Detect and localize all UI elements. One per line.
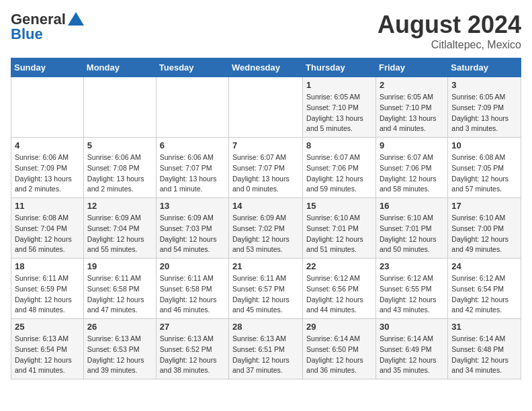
day-cell: 14Sunrise: 6:09 AMSunset: 7:02 PMDayligh… xyxy=(229,198,303,259)
weekday-header-wednesday: Wednesday xyxy=(229,58,303,77)
day-number: 4 xyxy=(15,140,80,150)
day-cell: 25Sunrise: 6:13 AMSunset: 6:54 PMDayligh… xyxy=(11,319,84,379)
day-info: Sunrise: 6:07 AMSunset: 7:06 PMDaylight:… xyxy=(306,152,372,195)
day-info: Sunrise: 6:05 AMSunset: 7:09 PMDaylight:… xyxy=(451,92,517,134)
day-number: 20 xyxy=(160,261,225,271)
day-number: 17 xyxy=(451,201,517,211)
day-cell: 18Sunrise: 6:11 AMSunset: 6:59 PMDayligh… xyxy=(11,259,84,319)
day-info: Sunrise: 6:14 AMSunset: 6:49 PMDaylight:… xyxy=(380,334,444,376)
day-info: Sunrise: 6:13 AMSunset: 6:52 PMDaylight:… xyxy=(160,334,225,376)
day-number: 13 xyxy=(160,201,225,211)
day-cell: 27Sunrise: 6:13 AMSunset: 6:52 PMDayligh… xyxy=(156,319,228,379)
day-number: 10 xyxy=(451,140,517,150)
day-number: 15 xyxy=(306,201,372,211)
day-info: Sunrise: 6:05 AMSunset: 7:10 PMDaylight:… xyxy=(306,92,372,134)
day-cell: 31Sunrise: 6:14 AMSunset: 6:48 PMDayligh… xyxy=(448,319,521,379)
day-cell: 13Sunrise: 6:09 AMSunset: 7:03 PMDayligh… xyxy=(156,198,228,259)
day-info: Sunrise: 6:08 AMSunset: 7:05 PMDaylight:… xyxy=(451,152,517,195)
day-cell: 15Sunrise: 6:10 AMSunset: 7:01 PMDayligh… xyxy=(303,198,376,259)
weekday-header-saturday: Saturday xyxy=(448,58,521,77)
day-cell: 23Sunrise: 6:12 AMSunset: 6:55 PMDayligh… xyxy=(375,259,447,319)
day-cell: 21Sunrise: 6:11 AMSunset: 6:57 PMDayligh… xyxy=(229,259,303,319)
day-cell: 26Sunrise: 6:13 AMSunset: 6:53 PMDayligh… xyxy=(83,319,156,379)
day-info: Sunrise: 6:14 AMSunset: 6:48 PMDaylight:… xyxy=(451,334,517,376)
day-number: 8 xyxy=(306,140,372,150)
day-number: 3 xyxy=(451,80,517,90)
week-row-4: 18Sunrise: 6:11 AMSunset: 6:59 PMDayligh… xyxy=(11,259,521,319)
day-info: Sunrise: 6:06 AMSunset: 7:08 PMDaylight:… xyxy=(87,152,152,195)
day-cell xyxy=(83,77,156,138)
logo-triangle-icon xyxy=(68,12,84,26)
day-info: Sunrise: 6:09 AMSunset: 7:03 PMDaylight:… xyxy=(160,213,225,255)
page-header: General Blue August 2024 Citlaltepec, Me… xyxy=(11,11,521,51)
weekday-header-sunday: Sunday xyxy=(11,58,84,77)
day-info: Sunrise: 6:12 AMSunset: 6:54 PMDaylight:… xyxy=(451,273,517,316)
day-cell xyxy=(156,77,228,138)
day-number: 11 xyxy=(15,201,80,211)
day-info: Sunrise: 6:13 AMSunset: 6:54 PMDaylight:… xyxy=(15,334,80,376)
day-number: 6 xyxy=(160,140,225,150)
day-cell: 9Sunrise: 6:07 AMSunset: 7:06 PMDaylight… xyxy=(375,138,447,198)
day-number: 21 xyxy=(232,261,299,271)
calendar-table: SundayMondayTuesdayWednesdayThursdayFrid… xyxy=(11,58,521,379)
month-year-title: August 2024 xyxy=(378,11,521,39)
day-number: 22 xyxy=(306,261,372,271)
weekday-header-row: SundayMondayTuesdayWednesdayThursdayFrid… xyxy=(11,58,521,77)
day-info: Sunrise: 6:14 AMSunset: 6:50 PMDaylight:… xyxy=(306,334,372,376)
day-info: Sunrise: 6:11 AMSunset: 6:59 PMDaylight:… xyxy=(15,273,80,316)
day-number: 29 xyxy=(306,322,372,332)
day-cell: 12Sunrise: 6:09 AMSunset: 7:04 PMDayligh… xyxy=(83,198,156,259)
day-number: 18 xyxy=(15,261,80,271)
day-info: Sunrise: 6:07 AMSunset: 7:06 PMDaylight:… xyxy=(380,152,444,195)
day-cell: 7Sunrise: 6:07 AMSunset: 7:07 PMDaylight… xyxy=(229,138,303,198)
day-cell: 3Sunrise: 6:05 AMSunset: 7:09 PMDaylight… xyxy=(448,77,521,138)
day-info: Sunrise: 6:08 AMSunset: 7:04 PMDaylight:… xyxy=(15,213,80,255)
day-number: 23 xyxy=(380,261,444,271)
title-block: August 2024 Citlaltepec, Mexico xyxy=(378,11,521,51)
day-info: Sunrise: 6:06 AMSunset: 7:09 PMDaylight:… xyxy=(15,152,80,195)
day-number: 25 xyxy=(15,322,80,332)
day-cell: 28Sunrise: 6:13 AMSunset: 6:51 PMDayligh… xyxy=(229,319,303,379)
day-number: 1 xyxy=(306,80,372,90)
day-number: 28 xyxy=(232,322,299,332)
weekday-header-thursday: Thursday xyxy=(303,58,376,77)
day-cell: 6Sunrise: 6:06 AMSunset: 7:07 PMDaylight… xyxy=(156,138,228,198)
day-cell: 29Sunrise: 6:14 AMSunset: 6:50 PMDayligh… xyxy=(303,319,376,379)
day-info: Sunrise: 6:09 AMSunset: 7:04 PMDaylight:… xyxy=(87,213,152,255)
day-number: 30 xyxy=(380,322,444,332)
week-row-5: 25Sunrise: 6:13 AMSunset: 6:54 PMDayligh… xyxy=(11,319,521,379)
day-cell xyxy=(11,77,84,138)
day-info: Sunrise: 6:12 AMSunset: 6:56 PMDaylight:… xyxy=(306,273,372,316)
day-info: Sunrise: 6:06 AMSunset: 7:07 PMDaylight:… xyxy=(160,152,225,195)
day-info: Sunrise: 6:12 AMSunset: 6:55 PMDaylight:… xyxy=(380,273,444,316)
location-subtitle: Citlaltepec, Mexico xyxy=(378,39,521,51)
day-cell: 8Sunrise: 6:07 AMSunset: 7:06 PMDaylight… xyxy=(303,138,376,198)
day-number: 19 xyxy=(87,261,152,271)
day-number: 31 xyxy=(451,322,517,332)
day-number: 12 xyxy=(87,201,152,211)
day-number: 9 xyxy=(380,140,444,150)
logo-blue: Blue xyxy=(11,26,43,43)
day-number: 26 xyxy=(87,322,152,332)
day-number: 2 xyxy=(380,80,444,90)
day-cell xyxy=(229,77,303,138)
day-cell: 20Sunrise: 6:11 AMSunset: 6:58 PMDayligh… xyxy=(156,259,228,319)
day-number: 27 xyxy=(160,322,225,332)
day-number: 14 xyxy=(232,201,299,211)
day-number: 7 xyxy=(232,140,299,150)
day-cell: 30Sunrise: 6:14 AMSunset: 6:49 PMDayligh… xyxy=(375,319,447,379)
weekday-header-friday: Friday xyxy=(375,58,447,77)
day-info: Sunrise: 6:11 AMSunset: 6:57 PMDaylight:… xyxy=(232,273,299,316)
day-cell: 11Sunrise: 6:08 AMSunset: 7:04 PMDayligh… xyxy=(11,198,84,259)
day-info: Sunrise: 6:10 AMSunset: 7:01 PMDaylight:… xyxy=(380,213,444,255)
day-cell: 5Sunrise: 6:06 AMSunset: 7:08 PMDaylight… xyxy=(83,138,156,198)
day-cell: 16Sunrise: 6:10 AMSunset: 7:01 PMDayligh… xyxy=(375,198,447,259)
day-info: Sunrise: 6:05 AMSunset: 7:10 PMDaylight:… xyxy=(380,92,444,134)
day-info: Sunrise: 6:11 AMSunset: 6:58 PMDaylight:… xyxy=(87,273,152,316)
day-info: Sunrise: 6:07 AMSunset: 7:07 PMDaylight:… xyxy=(232,152,299,195)
day-info: Sunrise: 6:10 AMSunset: 7:01 PMDaylight:… xyxy=(306,213,372,255)
weekday-header-monday: Monday xyxy=(83,58,156,77)
day-cell: 24Sunrise: 6:12 AMSunset: 6:54 PMDayligh… xyxy=(448,259,521,319)
day-cell: 19Sunrise: 6:11 AMSunset: 6:58 PMDayligh… xyxy=(83,259,156,319)
day-number: 16 xyxy=(380,201,444,211)
